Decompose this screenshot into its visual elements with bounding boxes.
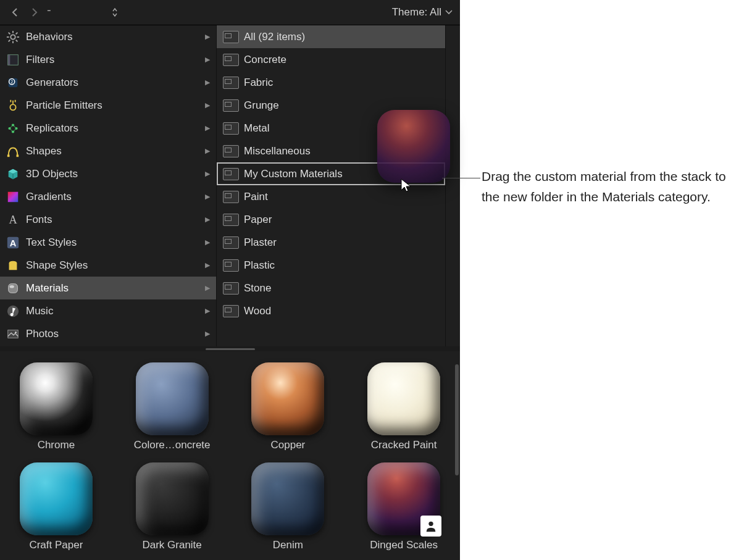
category-3d-objects[interactable]: 3D Objects▶	[0, 162, 216, 185]
folder-label: Wood	[244, 305, 271, 317]
folder-label: Paper	[244, 214, 272, 226]
path-stepper-icon	[112, 7, 118, 17]
category-label: Fonts	[26, 214, 200, 226]
folder-metal[interactable]: Metal	[217, 117, 445, 140]
folder-paper[interactable]: Paper	[217, 208, 445, 231]
folder-label: Paint	[244, 191, 268, 203]
material-craft-paper[interactable]: Craft Paper	[7, 462, 105, 551]
category-column[interactable]: Behaviors▶Filters▶2Generators▶Particle E…	[0, 25, 217, 346]
folder-icon	[223, 122, 239, 135]
category-generators[interactable]: 2Generators▶	[0, 71, 216, 94]
material-label: Dinged Scales	[370, 539, 438, 551]
folder-icon	[223, 77, 239, 89]
folder-icon	[223, 191, 239, 203]
music-icon	[5, 303, 21, 319]
svg-line-5	[9, 32, 10, 34]
folder-label: Stone	[244, 282, 271, 295]
material-label: Colore…oncrete	[134, 439, 211, 451]
disclosure-triangle-icon: ▶	[205, 284, 210, 292]
category-gradients[interactable]: Gradients▶	[0, 185, 216, 208]
scrollbar[interactable]	[455, 364, 459, 475]
category-filters[interactable]: Filters▶	[0, 48, 216, 71]
grad-icon	[5, 189, 21, 205]
svg-line-7	[9, 40, 10, 41]
callout-leader	[442, 178, 480, 178]
material-cracked-paint[interactable]: Cracked Paint	[355, 362, 453, 451]
svg-point-31	[10, 285, 14, 288]
folder-plastic[interactable]: Plastic	[217, 254, 445, 277]
forward-button[interactable]	[27, 5, 42, 20]
folder-icon	[223, 54, 239, 66]
category-materials[interactable]: Materials▶	[0, 277, 216, 299]
theme-popup[interactable]: Theme: All	[392, 6, 453, 19]
shape-icon	[5, 143, 21, 159]
gear-icon	[5, 29, 21, 45]
category-label: Text Styles	[26, 236, 200, 249]
folder-concrete[interactable]: Concrete	[217, 48, 445, 71]
folder-miscellaneous[interactable]: Miscellaneous	[217, 140, 445, 162]
folder-label: All (92 items)	[244, 31, 305, 43]
material-dinged-scales[interactable]: Dinged Scales	[355, 462, 453, 551]
disclosure-triangle-icon: ▶	[205, 238, 210, 246]
category-music[interactable]: Music▶	[0, 299, 216, 322]
category-behaviors[interactable]: Behaviors▶	[0, 25, 216, 48]
material-thumbnail	[136, 462, 209, 535]
disclosure-triangle-icon: ▶	[205, 307, 210, 315]
category-label: Materials	[26, 282, 200, 295]
folder-my-custom-materials[interactable]: My Custom Materials	[217, 162, 445, 185]
repl-icon	[5, 120, 21, 136]
folder-icon	[223, 282, 239, 295]
folder-icon	[223, 99, 239, 112]
svg-text:A: A	[10, 238, 17, 248]
back-button[interactable]	[7, 5, 22, 20]
disclosure-triangle-icon: ▶	[205, 147, 210, 155]
material-thumbnail	[136, 362, 209, 435]
textA-icon: A	[5, 235, 21, 251]
material-chrome[interactable]: Chrome	[7, 362, 105, 451]
folder-wood[interactable]: Wood	[217, 299, 445, 322]
folder-fabric[interactable]: Fabric	[217, 71, 445, 94]
material-dark-granite[interactable]: Dark Granite	[123, 462, 221, 551]
disclosure-triangle-icon: ▶	[205, 78, 210, 86]
category-shape-styles[interactable]: Shape Styles▶	[0, 254, 216, 277]
folder-plaster[interactable]: Plaster	[217, 231, 445, 254]
disclosure-triangle-icon: ▶	[205, 124, 210, 132]
category-shapes[interactable]: Shapes▶	[0, 140, 216, 162]
folder-icon	[223, 214, 239, 226]
svg-rect-11	[10, 54, 18, 65]
material-label: Dark Granite	[142, 539, 201, 551]
material-grid[interactable]: ChromeColore…oncreteCopperCracked PaintC…	[0, 351, 460, 551]
svg-line-8	[16, 32, 18, 34]
folder-icon	[223, 259, 239, 272]
folder-stone[interactable]: Stone	[217, 277, 445, 299]
category-label: Shape Styles	[26, 259, 200, 272]
disclosure-triangle-icon: ▶	[205, 33, 210, 41]
material-denim[interactable]: Denim	[240, 462, 337, 551]
path-popup[interactable]: -	[47, 6, 118, 20]
folder-all-92-items-[interactable]: All (92 items)	[217, 25, 445, 48]
toolbar: - Theme: All	[0, 0, 460, 25]
category-text-styles[interactable]: AText Styles▶	[0, 231, 216, 254]
disclosure-triangle-icon: ▶	[205, 56, 210, 64]
folder-icon	[223, 31, 239, 43]
folder-column[interactable]: All (92 items)ConcreteFabricGrungeMetalM…	[217, 25, 446, 346]
category-label: Music	[26, 305, 200, 317]
folder-label: Miscellaneous	[244, 145, 311, 157]
category-replicators[interactable]: Replicators▶	[0, 117, 216, 140]
folder-label: My Custom Materials	[244, 168, 343, 180]
fontA-icon: A	[5, 212, 21, 228]
material-copper[interactable]: Copper	[240, 362, 337, 451]
material-label: Chrome	[38, 439, 75, 451]
pane-resize-handle[interactable]	[0, 346, 460, 351]
folder-paint[interactable]: Paint	[217, 185, 445, 208]
library-panel: - Theme: All Behaviors▶Filters▶2Generato…	[0, 0, 460, 560]
category-fonts[interactable]: AFonts▶	[0, 208, 216, 231]
disclosure-triangle-icon: ▶	[205, 193, 210, 201]
category-photos[interactable]: Photos▶	[0, 322, 216, 345]
material-colore-oncrete[interactable]: Colore…oncrete	[123, 362, 221, 451]
folder-label: Fabric	[244, 77, 273, 89]
category-particle-emitters[interactable]: Particle Emitters▶	[0, 94, 216, 117]
svg-text:2: 2	[10, 79, 13, 83]
folder-grunge[interactable]: Grunge	[217, 94, 445, 117]
user-badge-icon	[420, 516, 441, 537]
